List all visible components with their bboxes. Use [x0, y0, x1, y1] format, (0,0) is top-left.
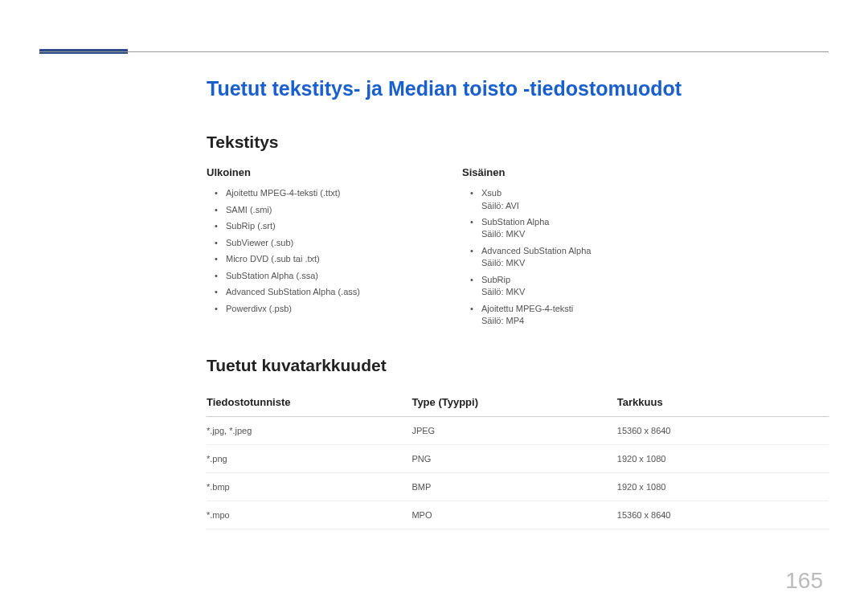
external-header: Ulkoinen	[207, 166, 440, 178]
item-container: Säilö: MP4	[481, 315, 695, 327]
item-container: Säilö: MKV	[481, 286, 695, 298]
item-name: Xsub	[481, 188, 502, 198]
list-item: Xsub Säilö: AVI	[473, 186, 695, 212]
cell-type: JPEG	[411, 417, 616, 445]
page-title: Tuetut tekstitys- ja Median toisto -tied…	[207, 77, 829, 100]
list-item: Advanced SubStation Alpha Säilö: MKV	[473, 244, 695, 270]
cell-res: 1920 x 1080	[617, 445, 829, 473]
external-column: Ulkoinen Ajoitettu MPEG-4-teksti (.ttxt)…	[207, 166, 440, 330]
list-item: SubRip Säilö: MKV	[473, 273, 695, 299]
subtitle-columns: Ulkoinen Ajoitettu MPEG-4-teksti (.ttxt)…	[207, 166, 829, 330]
list-item: Advanced SubStation Alpha (.ass)	[218, 285, 440, 299]
cell-type: PNG	[411, 445, 616, 473]
cell-res: 1920 x 1080	[617, 473, 829, 501]
item-name: Ajoitettu MPEG-4-teksti	[481, 304, 573, 313]
resolution-table: Tiedostotunniste Type (Tyyppi) Tarkkuus …	[207, 390, 829, 529]
table-row: *.png PNG 1920 x 1080	[207, 445, 829, 473]
col-header-res: Tarkkuus	[617, 390, 829, 417]
item-container: Säilö: MKV	[481, 257, 695, 269]
cell-ext: *.jpg, *.jpeg	[207, 417, 411, 445]
list-item: Ajoitettu MPEG-4-teksti Säilö: MP4	[473, 302, 695, 328]
table-row: *.mpo MPO 15360 x 8640	[207, 501, 829, 529]
list-item: Powerdivx (.psb)	[218, 302, 440, 316]
list-item: SubRip (.srt)	[218, 219, 440, 233]
list-item: Micro DVD (.sub tai .txt)	[218, 252, 440, 266]
col-header-type: Type (Tyyppi)	[411, 390, 616, 417]
table-header-row: Tiedostotunniste Type (Tyyppi) Tarkkuus	[207, 390, 829, 417]
internal-column: Sisäinen Xsub Säilö: AVI SubStation Alph…	[462, 166, 695, 330]
item-name: SubStation Alpha	[481, 217, 549, 227]
section-subtitle-title: Tekstitys	[207, 133, 829, 152]
item-container: Säilö: MKV	[481, 228, 695, 240]
list-item: Ajoitettu MPEG-4-teksti (.ttxt)	[218, 186, 440, 200]
header-rule	[39, 51, 829, 52]
table-row: *.jpg, *.jpeg JPEG 15360 x 8640	[207, 417, 829, 445]
list-item: SubViewer (.sub)	[218, 236, 440, 250]
page-number: 165	[785, 568, 823, 594]
item-name: SubRip	[481, 275, 510, 284]
cell-res: 15360 x 8640	[617, 417, 829, 445]
item-container: Säilö: AVI	[481, 200, 695, 212]
list-item: SubStation Alpha (.ssa)	[218, 269, 440, 283]
list-item: SAMI (.smi)	[218, 203, 440, 217]
cell-type: BMP	[411, 473, 616, 501]
page-content: Tuetut tekstitys- ja Median toisto -tied…	[207, 77, 829, 529]
cell-ext: *.bmp	[207, 473, 411, 501]
internal-header: Sisäinen	[462, 166, 695, 178]
external-list: Ajoitettu MPEG-4-teksti (.ttxt) SAMI (.s…	[207, 186, 440, 315]
item-name: Advanced SubStation Alpha	[481, 246, 591, 255]
col-header-ext: Tiedostotunniste	[207, 390, 411, 417]
table-row: *.bmp BMP 1920 x 1080	[207, 473, 829, 501]
list-item: SubStation Alpha Säilö: MKV	[473, 215, 695, 241]
section-resolution-title: Tuetut kuvatarkkuudet	[207, 356, 829, 375]
cell-type: MPO	[411, 501, 616, 529]
cell-ext: *.png	[207, 445, 411, 473]
internal-list: Xsub Säilö: AVI SubStation Alpha Säilö: …	[462, 186, 695, 327]
cell-res: 15360 x 8640	[617, 501, 829, 529]
cell-ext: *.mpo	[207, 501, 411, 529]
